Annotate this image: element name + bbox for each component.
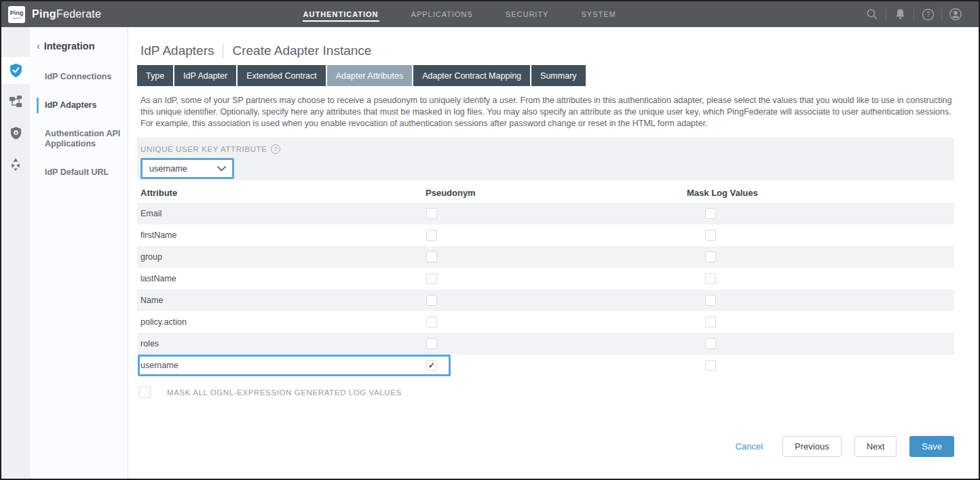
attribute-label: username [140,361,178,370]
table-row-name: Name [137,289,954,311]
rail-system-triangles-icon[interactable] [1,151,30,178]
page-title: IdP Adapters Create Adapter Instance [137,43,954,58]
help-icon[interactable]: ? [914,8,941,21]
mask-log-checkbox[interactable] [705,273,716,284]
attribute-label: Name [140,296,163,305]
unique-user-key-selected-value: username [149,164,187,174]
unique-user-key-section: UNIQUE USER KEY ATTRIBUTE ? username [137,138,954,180]
sidebar-item-idp-connections[interactable]: IdP Connections [37,69,121,85]
table-row-username: username [137,355,954,376]
table-row-policy-action: policy.action [137,311,954,333]
attribute-label: roles [140,339,159,348]
pseudonym-checkbox[interactable] [426,317,437,327]
attribute-label: policy.action [140,317,187,327]
pseudonym-checkbox[interactable] [426,295,437,306]
attribute-label: lastName [140,274,176,283]
rail-authentication-shield-check-icon[interactable] [1,57,30,84]
pseudonym-checkbox[interactable] [426,252,437,262]
rail-security-shield-icon[interactable] [1,119,30,146]
attributes-table: Attribute Pseudonym Mask Log Values Emai… [137,183,954,376]
column-header-attribute: Attribute [140,188,177,198]
column-header-mask-log-values: Mask Log Values [687,188,758,198]
pseudonym-checkbox[interactable] [426,208,437,219]
nav-authentication[interactable]: AUTHENTICATION [303,7,379,22]
svg-text:?: ? [926,11,930,18]
page-title-section: IdP Adapters [140,43,214,58]
save-button[interactable]: Save [909,436,954,457]
page-title-subsection: Create Adapter Instance [232,43,371,58]
nav-applications[interactable]: APPLICATIONS [411,7,474,22]
question-circle-icon[interactable]: ? [271,144,280,154]
next-button[interactable]: Next [854,436,897,457]
wizard-tabs: Type IdP Adapter Extended Contract Adapt… [137,65,954,86]
attribute-label: group [140,252,162,262]
tab-extended-contract[interactable]: Extended Contract [238,65,326,86]
footer-actions: Cancel Previous Next Save [137,436,954,457]
sidebar-back-integration[interactable]: ‹ Integration [37,41,121,52]
sidebar: ‹ Integration IdP Connections IdP Adapte… [30,27,128,479]
nav-system[interactable]: SYSTEM [580,7,616,22]
tab-idp-adapter[interactable]: IdP Adapter [174,65,236,86]
top-navigation: AUTHENTICATION APPLICATIONS SECURITY SYS… [60,7,859,22]
table-row-roles: roles [137,333,954,355]
mask-all-ognl-row: MASK ALL OGNL-EXPRESSION GENERATED LOG V… [137,386,954,398]
mask-all-ognl-label: MASK ALL OGNL-EXPRESSION GENERATED LOG V… [167,388,402,397]
sidebar-item-authentication-api-applications[interactable]: Authentication API Applications [37,126,121,152]
notifications-bell-icon[interactable] [886,8,913,20]
top-header: Ping PingFederate AUTHENTICATION APPLICA… [1,1,979,27]
cancel-button[interactable]: Cancel [736,441,763,452]
mask-log-checkbox[interactable] [705,295,716,306]
mask-log-checkbox[interactable] [705,360,716,371]
table-row-group: group [137,246,954,268]
mask-log-checkbox[interactable] [705,230,716,241]
mask-all-ognl-checkbox[interactable] [139,386,151,398]
selected-row-highlight [138,355,451,376]
tab-adapter-contract-mapping[interactable]: Adapter Contract Mapping [413,65,530,86]
pseudonym-checkbox[interactable] [426,230,437,241]
table-row-lastname: lastName [137,268,954,289]
chevron-left-icon: ‹ [37,42,40,50]
mask-log-checkbox[interactable] [705,317,716,327]
tab-summary[interactable]: Summary [531,65,585,86]
unique-user-key-dropdown[interactable]: username [140,158,234,179]
chevron-down-icon [217,166,226,172]
tab-type[interactable]: Type [137,65,173,86]
table-row-email: Email [137,203,954,224]
ping-logo[interactable]: Ping [8,6,25,23]
unique-user-key-label: UNIQUE USER KEY ATTRIBUTE [140,145,267,153]
ping-logo-text: Ping [10,10,24,16]
main-content: IdP Adapters Create Adapter Instance Typ… [128,27,979,479]
mask-log-checkbox[interactable] [705,252,716,262]
attribute-label: firstName [140,231,176,240]
title-divider [223,43,223,58]
account-icon[interactable] [942,7,969,21]
previous-button[interactable]: Previous [783,436,842,457]
pseudonym-checkbox[interactable] [426,273,437,284]
page-description: As an IdP, some of your SP partners may … [137,95,954,129]
table-row-firstname: firstName [137,224,954,246]
attributes-table-header: Attribute Pseudonym Mask Log Values [137,183,954,203]
sidebar-item-idp-adapters[interactable]: IdP Adapters [37,98,121,113]
pseudonym-checkbox[interactable] [426,338,437,349]
tab-adapter-attributes[interactable]: Adapter Attributes [327,65,412,86]
mask-log-checkbox[interactable] [705,208,716,219]
pseudonym-checkbox[interactable] [426,360,437,371]
sidebar-section-title: Integration [44,41,95,52]
attribute-label: Email [140,209,162,218]
nav-security[interactable]: SECURITY [505,7,550,22]
search-icon[interactable] [859,8,886,20]
module-icon-rail [1,27,30,479]
column-header-pseudonym: Pseudonym [426,188,476,198]
sidebar-item-idp-default-url[interactable]: IdP Default URL [37,165,121,180]
rail-applications-sitemap-icon[interactable] [1,88,30,115]
mask-log-checkbox[interactable] [705,338,716,349]
